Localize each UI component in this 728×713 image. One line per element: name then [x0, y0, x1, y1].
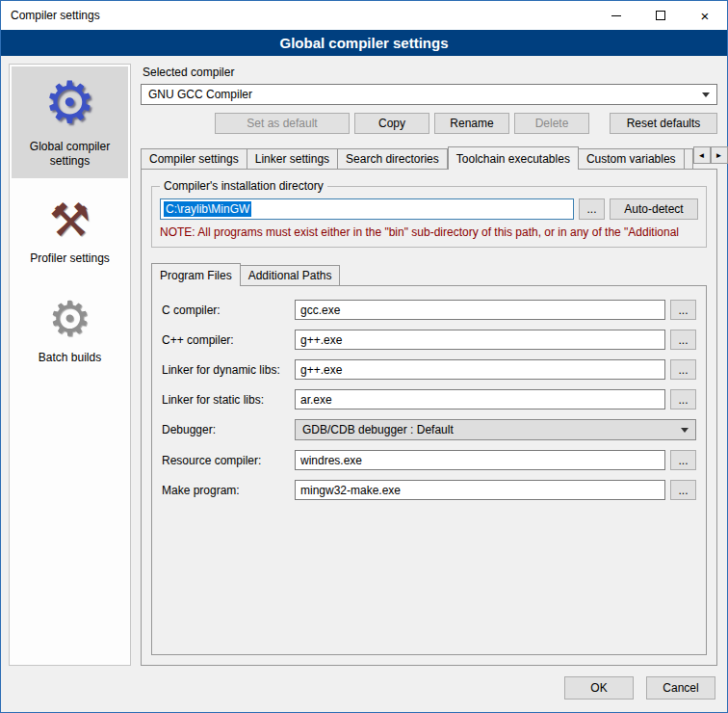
- main-panel: Selected compiler GNU GCC Compiler Set a…: [141, 64, 717, 666]
- auto-detect-button[interactable]: Auto-detect: [610, 198, 698, 220]
- minimize-button[interactable]: [594, 1, 638, 30]
- form-row-resource-compiler: Resource compiler: ...: [162, 450, 696, 470]
- subtab-program-files[interactable]: Program Files: [151, 263, 241, 286]
- debugger-combobox[interactable]: GDB/CDB debugger : Default: [295, 419, 696, 440]
- rename-button[interactable]: Rename: [434, 113, 509, 134]
- cpp-compiler-input[interactable]: [295, 330, 665, 350]
- tab-linker-settings[interactable]: Linker settings: [247, 148, 338, 169]
- installation-directory-note: NOTE: All programs must exist either in …: [160, 225, 698, 239]
- make-program-input[interactable]: [295, 480, 665, 500]
- tab-scroll-arrows: ◄ ►: [693, 146, 728, 164]
- maximize-icon: [656, 11, 665, 20]
- toolchain-executables-panel: Compiler's installation directory C:\ray…: [141, 169, 717, 666]
- cancel-button[interactable]: Cancel: [646, 676, 715, 700]
- resource-compiler-input[interactable]: [295, 450, 665, 470]
- debugger-label: Debugger:: [162, 423, 295, 436]
- installation-directory-groupbox: Compiler's installation directory C:\ray…: [151, 186, 707, 248]
- c-compiler-browse-button[interactable]: ...: [670, 300, 696, 320]
- dynamic-linker-label: Linker for dynamic libs:: [162, 363, 295, 377]
- installation-directory-browse-button[interactable]: ...: [579, 198, 605, 220]
- ok-button[interactable]: OK: [564, 676, 634, 700]
- form-row-make-program: Make program: ...: [162, 480, 696, 500]
- close-button[interactable]: ×: [683, 1, 727, 30]
- tab-search-directories[interactable]: Search directories: [338, 148, 448, 169]
- copy-button[interactable]: Copy: [354, 113, 429, 134]
- sidebar-item-global-compiler-settings[interactable]: ⚙ Global compiler settings: [12, 66, 128, 178]
- installation-directory-input[interactable]: C:\raylib\MinGW: [160, 198, 574, 220]
- form-row-dynamic-linker: Linker for dynamic libs: ...: [162, 359, 696, 380]
- sidebar: ⚙ Global compiler settings ⚒ Profiler se…: [9, 64, 131, 666]
- make-program-label: Make program:: [162, 484, 295, 497]
- installation-directory-value: C:\raylib\MinGW: [164, 201, 251, 217]
- subtab-additional-paths[interactable]: Additional Paths: [241, 265, 341, 285]
- batch-gear-icon: ⚙: [48, 295, 91, 343]
- program-files-tab-strip: Program Files Additional Paths: [151, 263, 707, 285]
- program-files-panel: C compiler: ... C++ compiler: ...: [151, 285, 707, 655]
- delete-button[interactable]: Delete: [514, 113, 589, 134]
- c-compiler-input[interactable]: [295, 300, 665, 320]
- static-linker-label: Linker for static libs:: [162, 393, 295, 407]
- sidebar-item-label: Batch builds: [39, 351, 101, 365]
- profiler-tool-icon: ⚒: [49, 198, 91, 244]
- banner: Global compiler settings: [1, 30, 727, 56]
- form-row-debugger: Debugger: GDB/CDB debugger : Default: [162, 419, 696, 440]
- chevron-down-icon: [681, 428, 689, 433]
- tab-scroll-right-button[interactable]: ►: [711, 146, 728, 164]
- gear-icon: ⚙: [44, 74, 96, 132]
- selected-compiler-combobox[interactable]: GNU GCC Compiler: [141, 84, 717, 105]
- reset-defaults-button[interactable]: Reset defaults: [610, 113, 717, 134]
- form-row-cpp-compiler: C++ compiler: ...: [162, 330, 696, 350]
- maximize-button[interactable]: [638, 1, 683, 30]
- cpp-compiler-label: C++ compiler:: [162, 333, 295, 347]
- installation-directory-group-title: Compiler's installation directory: [160, 179, 327, 193]
- form-row-c-compiler: C compiler: ...: [162, 300, 696, 320]
- sidebar-item-label: Profiler settings: [30, 251, 110, 266]
- chevron-down-icon: [702, 92, 710, 97]
- sidebar-item-profiler-settings[interactable]: ⚒ Profiler settings: [12, 190, 128, 276]
- dynamic-linker-input[interactable]: [295, 359, 665, 380]
- static-linker-input[interactable]: [295, 389, 665, 409]
- static-linker-browse-button[interactable]: ...: [670, 389, 696, 409]
- content: ⚙ Global compiler settings ⚒ Profiler se…: [1, 56, 727, 670]
- page-title: Global compiler settings: [279, 35, 448, 51]
- cpp-compiler-browse-button[interactable]: ...: [670, 330, 696, 350]
- tab-build-options[interactable]: Buil: [685, 148, 693, 169]
- debugger-value: GDB/CDB debugger : Default: [302, 423, 681, 436]
- tab-scroll-left-button[interactable]: ◄: [693, 146, 711, 164]
- tab-toolchain-executables[interactable]: Toolchain executables: [448, 146, 579, 170]
- window-title: Compiler settings: [11, 9, 100, 22]
- make-program-browse-button[interactable]: ...: [670, 480, 696, 500]
- settings-tab-strip: Compiler settings Linker settings Search…: [141, 146, 717, 169]
- tab-compiler-settings[interactable]: Compiler settings: [141, 148, 247, 169]
- dialog-footer: OK Cancel: [1, 670, 727, 712]
- selected-compiler-value: GNU GCC Compiler: [148, 88, 702, 101]
- resource-compiler-browse-button[interactable]: ...: [670, 450, 696, 470]
- compiler-action-buttons: Set as default Copy Rename Delete Reset …: [141, 113, 717, 134]
- form-row-static-linker: Linker for static libs: ...: [162, 389, 696, 409]
- c-compiler-label: C compiler:: [162, 304, 295, 317]
- selected-compiler-label: Selected compiler: [143, 66, 717, 79]
- compiler-settings-window: Compiler settings × Global compiler sett…: [0, 0, 728, 713]
- sidebar-item-label: Global compiler settings: [15, 140, 124, 169]
- installation-directory-row: C:\raylib\MinGW ... Auto-detect: [160, 198, 698, 220]
- set-as-default-button[interactable]: Set as default: [215, 113, 350, 134]
- minimize-icon: [611, 15, 621, 16]
- dynamic-linker-browse-button[interactable]: ...: [670, 359, 696, 380]
- window-controls: ×: [594, 1, 727, 30]
- resource-compiler-label: Resource compiler:: [162, 454, 295, 467]
- title-bar: Compiler settings ×: [1, 1, 727, 30]
- close-icon: ×: [701, 9, 710, 23]
- sidebar-item-batch-builds[interactable]: ⚙ Batch builds: [12, 287, 128, 375]
- tab-custom-variables[interactable]: Custom variables: [579, 148, 685, 169]
